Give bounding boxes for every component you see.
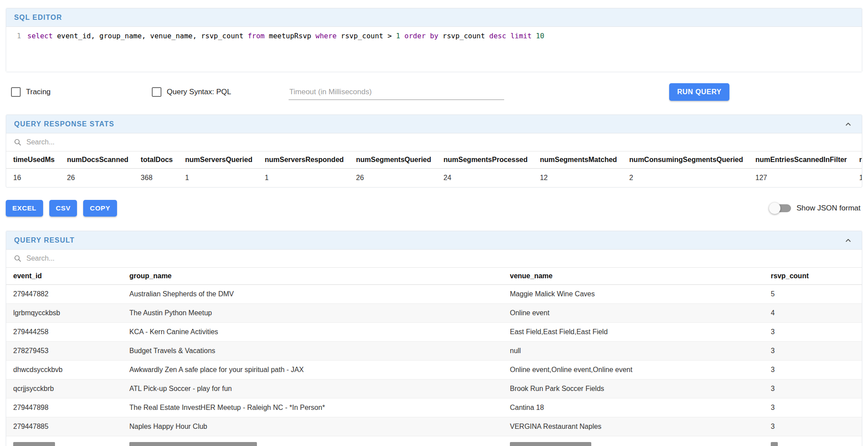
table-row: lgrbmqycckbsbThe Austin Python MeetupOnl…: [6, 304, 862, 323]
column-header[interactable]: numSegmentsQueried: [356, 151, 443, 169]
pql-checkbox[interactable]: [152, 87, 161, 97]
table-cell: 1: [185, 169, 265, 188]
copy-button[interactable]: COPY: [83, 200, 117, 217]
pql-control: Query Syntax: PQL: [152, 87, 231, 97]
column-header[interactable]: rsvp_count: [771, 268, 862, 285]
table-cell: Maggie Malick Wine Caves: [510, 285, 771, 304]
table-cell: The Real Estate InvestHER Meetup - Ralei…: [129, 398, 510, 417]
sql-token: desc: [489, 32, 506, 40]
column-header[interactable]: numSegmentsProcessed: [443, 151, 540, 169]
json-format-toggle[interactable]: [770, 202, 791, 214]
excel-button[interactable]: EXCEL: [6, 200, 43, 217]
table-row: dhwcdsycckbvbAwkwardly Zen A safe place …: [6, 361, 862, 380]
clipped-text-placeholder: [510, 442, 591, 446]
tracing-label[interactable]: Tracing: [26, 88, 51, 96]
sql-token: [506, 32, 511, 40]
sql-token: where: [315, 32, 337, 40]
table-cell: [6, 436, 129, 446]
stats-search-input[interactable]: [26, 138, 211, 146]
line-number: 1: [6, 31, 27, 72]
column-header[interactable]: totalDocs: [141, 151, 185, 169]
sql-token: event_id, group_name, venue_name, rsvp_c…: [53, 32, 248, 40]
sql-token: rsvp_count: [438, 32, 489, 40]
table-cell: Awkwardly Zen A safe place for your spir…: [129, 361, 510, 380]
sql-token: from: [248, 32, 265, 40]
table-cell: 368: [141, 169, 185, 188]
stats-panel: QUERY RESPONSE STATS timeUsedMsnumDocsSc…: [6, 114, 862, 188]
timeout-input[interactable]: [289, 85, 504, 100]
table-row: 279444258KCA - Kern Canine ActivitiesEas…: [6, 323, 862, 342]
clipped-text-placeholder: [13, 442, 55, 446]
column-header[interactable]: numConsumingSegmentsQueried: [629, 151, 755, 169]
query-console-page: SQL EDITOR 1 select event_id, group_name…: [0, 0, 868, 446]
table-cell: ATL Pick-up Soccer - play for fun: [129, 380, 510, 398]
results-table-area[interactable]: event_idgroup_namevenue_namersvp_count 2…: [6, 268, 862, 446]
table-cell: [510, 436, 771, 446]
results-title: QUERY RESULT: [14, 236, 75, 244]
column-header[interactable]: event_id: [6, 268, 129, 285]
table-cell: dhwcdsycckbvb: [6, 361, 129, 380]
run-query-button[interactable]: RUN QUERY: [669, 83, 729, 101]
search-icon: [13, 138, 22, 147]
table-row: 279447885Naples Happy Hour ClubVERGINA R…: [6, 417, 862, 436]
sql-editor-header: SQL EDITOR: [6, 8, 862, 27]
column-header[interactable]: numEntriesScannedInFilter: [755, 151, 859, 169]
table-row: 1626368112624122127130: [6, 169, 862, 188]
sql-editor-panel: SQL EDITOR 1 select event_id, group_name…: [6, 8, 862, 72]
table-cell: 16: [6, 169, 67, 188]
results-search-row: [6, 250, 862, 268]
table-cell: Australian Shepherds of the DMV: [129, 285, 510, 304]
chevron-up-icon: [843, 236, 853, 245]
column-header[interactable]: numServersResponded: [265, 151, 356, 169]
sql-token: [531, 32, 536, 40]
table-cell: null: [510, 342, 771, 361]
table-cell: 279447885: [6, 417, 129, 436]
table-cell: Brook Run Park Soccer Fields: [510, 380, 771, 398]
table-cell: Budget Travels & Vacations: [129, 342, 510, 361]
timeout-control: [289, 85, 504, 100]
column-header[interactable]: numSegmentsMatched: [540, 151, 629, 169]
results-header-row: event_idgroup_namevenue_namersvp_count: [6, 268, 862, 285]
column-header[interactable]: numDocsScanned: [67, 151, 141, 169]
tracing-checkbox[interactable]: [11, 87, 21, 97]
csv-button[interactable]: CSV: [49, 200, 77, 217]
table-cell: Naples Happy Hour Club: [129, 417, 510, 436]
sql-token: select: [27, 32, 53, 40]
results-search-input[interactable]: [26, 254, 211, 262]
stats-header: QUERY RESPONSE STATS: [6, 115, 862, 133]
stats-table-scroll-area[interactable]: timeUsedMsnumDocsScannedtotalDocsnumServ…: [6, 151, 862, 187]
table-cell: 3: [771, 398, 862, 417]
table-cell: 3: [771, 380, 862, 398]
collapse-results-button[interactable]: [842, 235, 854, 246]
column-header[interactable]: timeUsedMs: [6, 151, 67, 169]
column-header[interactable]: numServersQueried: [185, 151, 265, 169]
table-cell: 3: [771, 417, 862, 436]
table-cell: Cantina 18: [510, 398, 771, 417]
pql-label[interactable]: Query Syntax: PQL: [167, 88, 231, 96]
column-header[interactable]: venue_name: [510, 268, 771, 285]
sql-token: order by: [404, 32, 438, 40]
sql-token: 1: [396, 32, 400, 40]
table-cell: 24: [443, 169, 540, 188]
table-cell: 26: [67, 169, 141, 188]
table-cell: East Field,East Field,East Field: [510, 323, 771, 342]
toggle-thumb: [769, 203, 780, 214]
chevron-up-icon: [843, 119, 853, 129]
column-header[interactable]: numEntriesScannedPostFilter: [859, 151, 862, 169]
table-row: 279447882Australian Shepherds of the DMV…: [6, 285, 862, 304]
results-table: event_idgroup_namevenue_namersvp_count 2…: [6, 268, 862, 446]
sql-token: limit: [510, 32, 531, 40]
json-format-control: Show JSON format: [770, 202, 861, 214]
stats-table: timeUsedMsnumDocsScannedtotalDocsnumServ…: [6, 151, 862, 187]
table-row-partially-clipped: [6, 436, 862, 446]
sql-code-editor[interactable]: 1 select event_id, group_name, venue_nam…: [6, 27, 862, 72]
column-header[interactable]: group_name: [129, 268, 510, 285]
table-cell: 130: [859, 169, 862, 188]
table-cell: Online event: [510, 304, 771, 323]
table-cell: 278279453: [6, 342, 129, 361]
query-controls-row: Tracing Query Syntax: PQL RUN QUERY: [6, 82, 862, 102]
sql-token: 10: [536, 32, 544, 40]
sql-token: [400, 32, 405, 40]
table-row: 278279453Budget Travels & Vacationsnull3: [6, 342, 862, 361]
collapse-stats-button[interactable]: [842, 118, 854, 130]
